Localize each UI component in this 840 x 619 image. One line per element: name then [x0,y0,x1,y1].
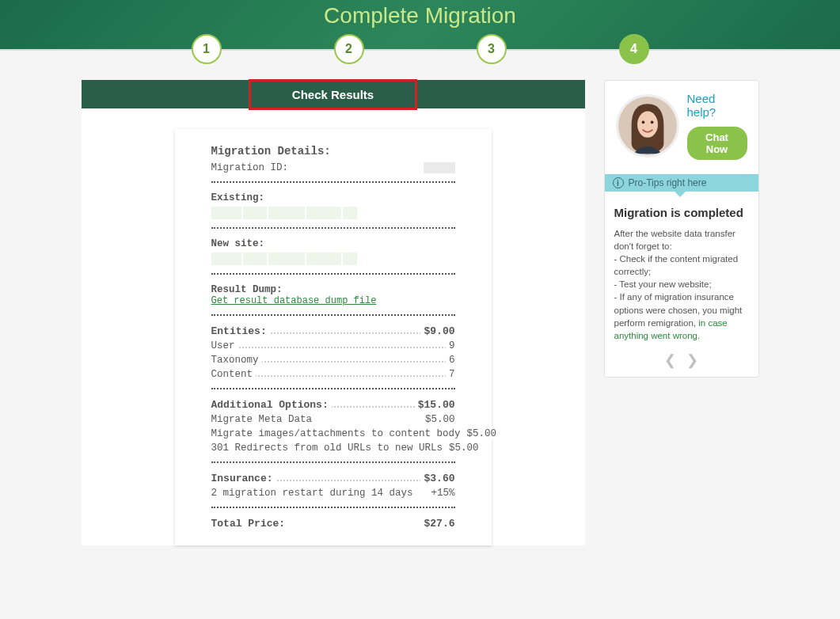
panel-header: Check Results [82,80,585,108]
panel-header-highlight: Check Results [249,79,417,110]
insurance-label: Insurance: [211,473,276,484]
page-title: Complete Migration [0,0,840,28]
insurance-line: 2 migration restart during 14 days [211,488,416,499]
svg-point-1 [637,112,658,138]
entities-label: Entities: [211,325,270,337]
step-1[interactable]: 1 [192,34,222,64]
main-panel: Check Results Migration Details: Migrati… [82,80,585,545]
info-icon: i [613,177,624,188]
tips-body: Migration is completed After the website… [605,192,758,348]
tips-line: - Test your new website; [614,278,749,291]
insurance-pct: +15% [428,488,454,499]
tips-intro: After the website data transfer don't fo… [614,227,749,253]
step-4[interactable]: 4 [619,34,649,64]
stepper: 1 2 3 4 [0,33,840,65]
tips-nav: ❮ ❯ [605,348,758,377]
chevron-right-icon[interactable]: ❯ [683,351,701,369]
hero-banner: Complete Migration 1 2 3 4 [0,0,840,50]
side-panel: Need help? Chat Now i Pro-Tips right her… [604,80,759,378]
svg-point-3 [650,121,653,124]
entity-name: User [211,340,238,351]
option-name: 301 Redirects from old URLs to new URLs [211,442,447,454]
total-label: Total Price: [211,518,289,530]
entity-name: Taxonomy [211,355,262,366]
entity-value: 7 [446,369,455,380]
option-value: $5.00 [422,414,455,425]
option-value: $5.00 [446,442,479,454]
migration-id-label: Migration ID: [211,162,292,173]
chat-button[interactable]: Chat Now [687,127,747,160]
step-2[interactable]: 2 [334,34,364,64]
avatar [616,94,679,158]
need-help-link[interactable]: Need help? [687,92,747,119]
existing-label: Existing: [211,192,455,203]
options-total: $15.00 [415,399,455,411]
receipt: Migration Details: Migration ID: Existin… [175,129,492,545]
step-3[interactable]: 3 [477,34,507,64]
entity-name: Content [211,369,257,380]
tips-line: - Check if the content migrated correctl… [614,253,749,278]
option-value: $5.00 [464,428,497,439]
svg-point-2 [641,121,644,124]
avatar-icon [618,97,677,155]
migration-id-value [424,162,455,173]
entity-value: 6 [446,355,455,366]
option-name: Migrate Meta Data [211,414,316,425]
receipt-title: Migration Details: [211,145,455,158]
total-value: $27.6 [420,518,454,530]
tips-line: - If any of migration insurance options … [614,291,749,341]
options-label: Additional Options: [211,399,332,411]
entity-value: 9 [446,340,455,351]
existing-value [211,207,455,219]
tips-bar: i Pro-Tips right here [605,174,758,192]
entities-total: $9.00 [420,325,454,337]
newsite-label: New site: [211,238,455,249]
chevron-left-icon[interactable]: ❮ [661,351,679,369]
tips-bar-label: Pro-Tips right here [629,177,707,188]
insurance-total: $3.60 [420,473,454,484]
tips-title: Migration is completed [614,204,749,221]
option-name: Migrate images/attachments to content bo… [211,428,464,439]
dump-link[interactable]: Get result database dump file [211,295,377,306]
newsite-value [211,253,455,265]
dump-label: Result Dump: [211,284,455,295]
